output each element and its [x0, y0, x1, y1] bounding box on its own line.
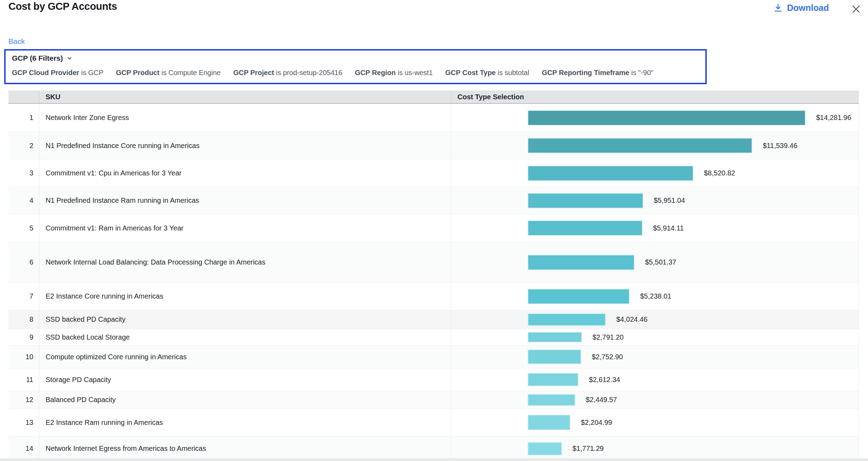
cost-bar[interactable] [528, 349, 581, 364]
cost-value-label: $8,520.82 [704, 169, 735, 177]
cost-table: SKU Cost Type Selection 1Network Inter Z… [8, 91, 859, 461]
sku-cell: Network Internal Load Balancing: Data Pr… [39, 242, 451, 282]
column-header-sku[interactable]: SKU [39, 91, 451, 103]
filter-field-name: GCP Project [233, 69, 274, 76]
cost-value-label: $11,539.46 [763, 142, 798, 150]
row-index: 14 [8, 436, 39, 461]
filter-chip[interactable]: GCP Product is Compute Engine [116, 69, 221, 77]
sku-cell: N1 Predefined Instance Core running in A… [39, 132, 451, 159]
filter-summary-button[interactable]: GCP (6 Filters) [12, 54, 73, 62]
table-row[interactable]: 10Compute optimized Core running in Amer… [8, 346, 859, 368]
row-index: 8 [8, 310, 39, 329]
cost-bar[interactable] [528, 373, 578, 386]
cost-cell: $4,024.46 [451, 310, 859, 329]
row-index: 9 [8, 329, 39, 345]
table-row[interactable]: 8SSD backed PD Capacity$4,024.46 [8, 310, 859, 329]
filter-summary-label: GCP (6 Filters) [12, 54, 63, 62]
download-label: Download [787, 3, 829, 13]
page-title: Cost by GCP Accounts [8, 1, 117, 12]
row-index: 4 [8, 187, 39, 214]
table-row[interactable]: 14Network Internet Egress from Americas … [8, 436, 859, 461]
cost-cell: $2,449.57 [451, 391, 859, 408]
sku-cell: Network Internet Egress from Americas to… [39, 436, 451, 461]
download-button[interactable]: Download [773, 3, 829, 13]
sku-cell: E2 Instance Core running in Americas [39, 283, 451, 310]
cost-bar[interactable] [528, 415, 570, 430]
cost-cell: $2,791.20 [451, 329, 859, 345]
cost-value-label: $2,449.57 [586, 396, 617, 404]
filter-chip[interactable]: GCP Project is prod-setup-205416 [233, 69, 342, 77]
row-index: 13 [8, 409, 39, 436]
cost-bar[interactable] [528, 220, 643, 236]
download-icon [773, 3, 783, 13]
row-index: 12 [8, 391, 39, 408]
row-index: 11 [8, 368, 39, 391]
cost-cell: $2,204.99 [451, 409, 859, 436]
sku-cell: Network Inter Zone Egress [39, 104, 451, 132]
sku-cell: E2 Instance Ram running in Americas [39, 409, 451, 436]
sku-cell: N1 Predefined Instance Ram running in Am… [39, 187, 451, 214]
column-header-cost-type-selection[interactable]: Cost Type Selection [451, 91, 859, 103]
cost-value-label: $5,914.11 [653, 224, 684, 232]
table-row[interactable]: 9SSD backed Local Storage$2,791.20 [8, 329, 859, 346]
filter-chip[interactable]: GCP Region is us-west1 [355, 69, 433, 77]
cost-value-label: $5,951.04 [654, 196, 685, 205]
chevron-down-icon [66, 55, 73, 61]
horizontal-scrollbar-track[interactable] [0, 458, 868, 461]
row-index: 10 [8, 346, 39, 368]
close-button[interactable] [848, 1, 864, 17]
cost-bar[interactable] [528, 166, 693, 181]
filter-field-name: GCP Region [355, 69, 395, 76]
sku-cell: SSD backed PD Capacity [39, 310, 451, 329]
row-index: 6 [8, 242, 39, 282]
filter-chip-list: GCP Cloud Provider is GCPGCP Product is … [12, 69, 700, 77]
cost-value-label: $2,752.90 [592, 353, 623, 361]
row-index: 3 [8, 160, 39, 187]
cost-value-label: $5,238.01 [640, 292, 671, 300]
cost-bar[interactable] [528, 193, 643, 208]
cost-cell: $2,752.90 [451, 346, 859, 368]
table-row[interactable]: 6Network Internal Load Balancing: Data P… [8, 242, 859, 283]
back-link[interactable]: Back [8, 37, 25, 46]
cost-cell: $8,520.82 [451, 160, 859, 187]
filter-chip[interactable]: GCP Reporting Timeframe is "-90" [542, 69, 653, 77]
table-row[interactable]: 13E2 Instance Ram running in Americas$2,… [8, 409, 859, 436]
table-row[interactable]: 2N1 Predefined Instance Core running in … [8, 132, 859, 160]
cost-bar[interactable] [528, 110, 806, 126]
cost-bar[interactable] [528, 138, 752, 153]
column-header-index [8, 91, 39, 103]
table-row[interactable]: 7E2 Instance Core running in Americas$5,… [8, 283, 859, 310]
table-row[interactable]: 11Storage PD Capacity$2,612.34 [8, 368, 859, 391]
row-index: 5 [8, 214, 39, 242]
sku-cell: Compute optimized Core running in Americ… [39, 346, 451, 368]
cost-bar[interactable] [528, 313, 606, 326]
table-row[interactable]: 5Commitment v1: Ram in Americas for 3 Ye… [8, 214, 859, 242]
table-row[interactable]: 12Balanced PD Capacity$2,449.57 [8, 391, 859, 409]
row-index: 2 [8, 132, 39, 159]
filter-chip[interactable]: GCP Cost Type is subtotal [445, 69, 529, 77]
table-row[interactable]: 1Network Inter Zone Egress$14,281.96 [8, 104, 859, 132]
cost-cell: $14,281.96 [451, 104, 859, 132]
cost-bar[interactable] [528, 332, 582, 342]
filter-field-name: GCP Cloud Provider [12, 69, 79, 76]
cost-value-label: $2,612.34 [589, 376, 620, 384]
table-row[interactable]: 4N1 Predefined Instance Ram running in A… [8, 187, 859, 214]
cost-bar[interactable] [528, 394, 575, 406]
table-header-row: SKU Cost Type Selection [8, 91, 859, 104]
cost-bar[interactable] [528, 289, 630, 304]
table-row[interactable]: 3Commitment v1: Cpu in Americas for 3 Ye… [8, 160, 859, 187]
filter-field-name: GCP Cost Type [445, 69, 496, 76]
table-body: 1Network Inter Zone Egress$14,281.962N1 … [8, 104, 859, 461]
cost-value-label: $1,771.29 [572, 445, 604, 453]
sku-cell: SSD backed Local Storage [39, 329, 451, 345]
sku-cell: Commitment v1: Cpu in Americas for 3 Yea… [39, 160, 451, 187]
cost-bar[interactable] [528, 442, 562, 455]
sku-cell: Storage PD Capacity [39, 368, 451, 391]
cost-cell: $1,771.29 [451, 436, 859, 461]
sku-cell: Balanced PD Capacity [39, 391, 451, 408]
cost-cell: $5,914.11 [451, 214, 859, 242]
cost-cell: $5,238.01 [451, 283, 859, 310]
filter-chip[interactable]: GCP Cloud Provider is GCP [12, 69, 103, 77]
cost-bar[interactable] [528, 255, 635, 270]
close-icon [851, 4, 861, 14]
